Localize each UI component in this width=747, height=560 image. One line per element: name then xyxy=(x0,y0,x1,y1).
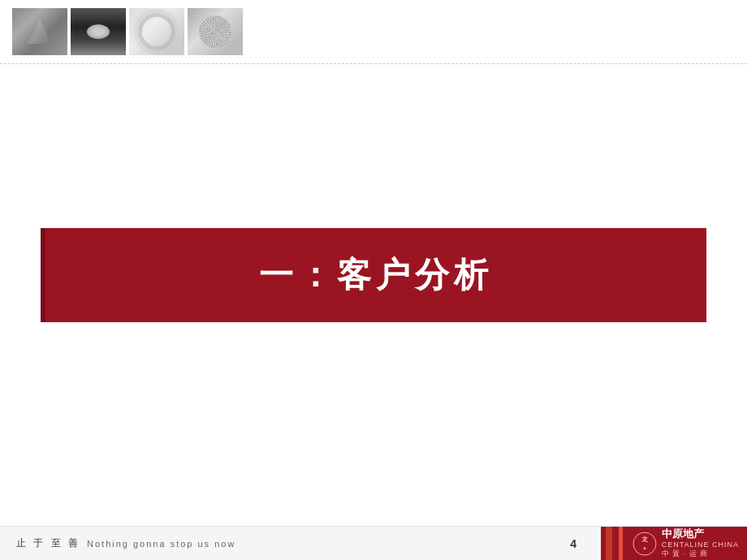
banner-title: 一：客户分析 xyxy=(259,252,493,298)
footer-page-number: 4 xyxy=(546,537,601,550)
logo-text-block: 中原地产 CENTALINE CHINA 中 置 · 运 商 xyxy=(662,528,739,559)
footer-accent-bar-2 xyxy=(619,527,623,561)
logo-en-text: CENTALINE CHINA xyxy=(662,541,739,549)
header-image-2 xyxy=(71,8,126,55)
footer-accent-bar-1 xyxy=(606,527,612,561)
footer-slogan: Nothing gonna stop us now xyxy=(87,539,235,549)
footer-chinese-text: 止 于 至 善 xyxy=(16,536,80,550)
header-image-strip xyxy=(0,0,747,63)
footer-logo-area: 龙 ◈ 中原地产 CENTALINE CHINA 中 置 · 运 商 xyxy=(601,527,747,561)
footer-left: 止 于 至 善 Nothing gonna stop us now xyxy=(0,536,546,550)
svg-text:龙: 龙 xyxy=(641,536,648,543)
header-image-4 xyxy=(188,8,243,55)
footer: 止 于 至 善 Nothing gonna stop us now 4 龙 ◈ … xyxy=(0,526,747,560)
header-image-3 xyxy=(129,8,184,55)
section-banner: 一：客户分析 xyxy=(41,228,706,322)
logo-sub-text: 中 置 · 运 商 xyxy=(662,549,739,559)
header-image-1 xyxy=(12,8,67,55)
logo-icon: 龙 ◈ xyxy=(633,532,657,556)
logo-container: 龙 ◈ 中原地产 CENTALINE CHINA 中 置 · 运 商 xyxy=(633,528,739,559)
svg-text:◈: ◈ xyxy=(643,545,646,550)
logo-cn-text: 中原地产 xyxy=(662,528,739,541)
main-content: 一：客户分析 xyxy=(0,64,747,486)
